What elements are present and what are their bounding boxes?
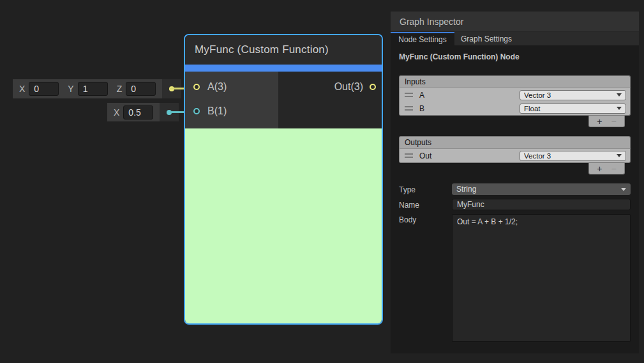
vector3-y-field[interactable]: 1 <box>78 82 108 96</box>
input-b-name: B <box>419 104 520 113</box>
add-input-button[interactable]: + <box>597 117 602 126</box>
float-value-widget: X 0.5 <box>107 103 179 121</box>
body-field[interactable]: Out = A + B + 1/2; <box>452 214 631 342</box>
output-out-type-dropdown[interactable]: Vector 3 <box>520 151 626 161</box>
port-out-label: Out(3) <box>334 81 363 93</box>
input-b-type-value: Float <box>524 105 541 112</box>
tab-node-settings[interactable]: Node Settings <box>391 32 454 45</box>
graph-inspector-panel: Graph Inspector Node Settings Graph Sett… <box>391 12 639 353</box>
port-b-icon[interactable] <box>193 108 200 114</box>
name-field[interactable] <box>452 199 631 210</box>
inputs-list-header: Inputs <box>399 75 631 88</box>
add-output-button[interactable]: + <box>597 164 602 173</box>
drag-handle-icon[interactable] <box>405 106 413 111</box>
node-input-ports: A(3) B(1) <box>185 72 278 128</box>
input-a-type-value: Vector 3 <box>524 91 551 99</box>
input-b-type-dropdown[interactable]: Float <box>520 104 626 114</box>
input-a-name: A <box>419 91 520 100</box>
custom-function-node[interactable]: MyFunc (Custom Function) A(3) B(1) Out(3… <box>184 34 383 325</box>
axis-z-label: Z <box>117 84 123 94</box>
axis-x-label: X <box>114 107 119 118</box>
port-row-a[interactable]: A(3) <box>185 75 278 99</box>
list-item[interactable]: Out Vector 3 <box>400 149 630 162</box>
port-row-out[interactable]: Out(3) <box>278 75 382 99</box>
node-preview <box>185 128 382 323</box>
graph-inspector-title-bar[interactable]: Graph Inspector <box>391 12 639 32</box>
node-ports: A(3) B(1) Out(3) <box>185 72 382 128</box>
outputs-list: Outputs Out Vector 3 + − <box>399 136 631 174</box>
node-title: MyFunc (Custom Function) <box>195 43 329 56</box>
port-row-b[interactable]: B(1) <box>185 99 278 123</box>
chevron-down-icon <box>617 93 622 97</box>
body-label: Body <box>399 214 452 224</box>
graph-inspector-title: Graph Inspector <box>400 17 463 27</box>
body-row: Body Out = A + B + 1/2; <box>399 214 631 342</box>
node-output-ports: Out(3) <box>278 72 382 128</box>
type-value: String <box>456 185 476 194</box>
vector3-x-field[interactable]: 0 <box>29 82 59 96</box>
inspector-heading: MyFunc (Custom Function) Node <box>399 52 631 61</box>
inputs-list: Inputs A Vector 3 B Float <box>399 75 631 127</box>
port-b-label: B(1) <box>207 105 227 117</box>
output-out-name: Out <box>419 151 520 160</box>
axis-x-label: X <box>19 84 25 94</box>
inputs-add-remove-box: + − <box>588 116 625 127</box>
port-a-icon[interactable] <box>193 84 200 90</box>
type-label: Type <box>399 184 452 194</box>
float-x-field[interactable]: 0.5 <box>123 105 153 120</box>
float-fields: X 0.5 <box>107 103 160 121</box>
type-dropdown[interactable]: String <box>452 183 631 195</box>
inputs-list-footer: + − <box>399 116 631 127</box>
node-header[interactable]: MyFunc (Custom Function) <box>185 35 382 65</box>
drag-handle-icon[interactable] <box>405 153 413 158</box>
port-out-icon[interactable] <box>370 84 376 90</box>
inputs-list-rows: A Vector 3 B Float <box>399 88 631 116</box>
name-row: Name <box>399 199 631 210</box>
node-accent-bar <box>185 65 382 72</box>
outputs-add-remove-box: + − <box>588 163 625 174</box>
inspector-tab-bar: Node Settings Graph Settings <box>391 32 639 45</box>
inspector-content: MyFunc (Custom Function) Node Inputs A V… <box>391 45 639 353</box>
port-a-label: A(3) <box>207 81 227 93</box>
type-row: Type String <box>399 183 631 195</box>
remove-output-button[interactable]: − <box>611 164 617 173</box>
chevron-down-icon <box>617 154 622 157</box>
name-label: Name <box>399 199 452 210</box>
chevron-down-icon <box>621 188 626 191</box>
outputs-list-rows: Out Vector 3 <box>399 149 631 163</box>
chevron-down-icon <box>617 107 622 110</box>
output-out-type-value: Vector 3 <box>524 152 551 160</box>
drag-handle-icon[interactable] <box>405 93 413 97</box>
axis-y-label: Y <box>68 84 73 94</box>
vector3-value-widget: X 0 Y 1 Z 0 <box>13 79 181 98</box>
outputs-list-footer: + − <box>399 163 631 174</box>
vector3-fields: X 0 Y 1 Z 0 <box>13 79 162 98</box>
list-item[interactable]: B Float <box>400 102 630 115</box>
tab-graph-settings[interactable]: Graph Settings <box>454 32 518 45</box>
input-a-type-dropdown[interactable]: Vector 3 <box>520 90 626 100</box>
outputs-list-header: Outputs <box>399 136 631 149</box>
list-item[interactable]: A Vector 3 <box>400 88 630 102</box>
remove-input-button[interactable]: − <box>611 117 617 126</box>
vector3-z-field[interactable]: 0 <box>126 82 156 96</box>
